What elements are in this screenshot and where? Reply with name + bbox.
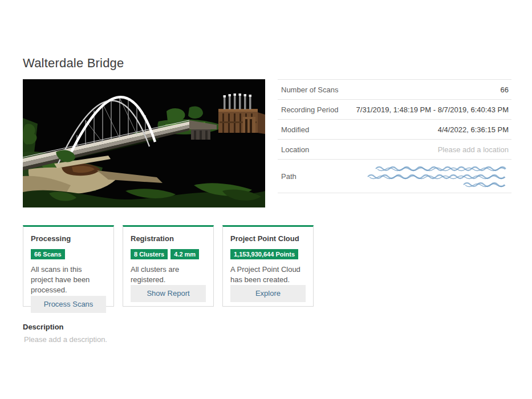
project-overview-page: Walterdale Bridge [0,0,532,399]
path-redacted-value[interactable] [366,165,509,188]
process-scans-button[interactable]: Process Scans [31,296,106,313]
detail-value: 7/31/2019, 1:48:19 PM - 8/7/2019, 6:40:4… [356,105,509,114]
card-project-point-cloud: Project Point Cloud 1,153,930,644 Points… [222,225,314,307]
card-registration: Registration 8 Clusters 4.2 mm All clust… [123,225,214,307]
redaction-scribble-line [462,181,509,188]
detail-label: Modified [281,125,309,134]
badge-row: 66 Scans [31,249,106,259]
detail-row-path: Path [278,160,511,193]
project-details-table: Number of Scans 66 Recording Period 7/31… [278,79,511,193]
detail-row-recording-period: Recording Period 7/31/2019, 1:48:19 PM -… [278,100,511,120]
detail-label: Location [281,145,309,154]
badge-row: 8 Clusters 4.2 mm [131,249,206,259]
card-title: Project Point Cloud [230,234,306,243]
show-report-button[interactable]: Show Report [131,285,206,302]
detail-row-number-of-scans: Number of Scans 66 [278,80,511,100]
location-field[interactable]: Please add a location [438,145,509,154]
redaction-scribble-line [366,173,509,180]
detail-value: 4/4/2022, 6:36:15 PM [438,125,509,134]
card-title: Processing [31,234,106,243]
card-title: Registration [131,234,206,243]
bridge-point-cloud-image [23,79,265,207]
accuracy-badge: 4.2 mm [170,249,199,259]
card-description: A Project Point Cloud has been created. [230,264,306,285]
explore-button[interactable]: Explore [230,285,306,302]
detail-row-modified: Modified 4/4/2022, 6:36:15 PM [278,120,511,140]
description-field[interactable]: Please add a description. [24,335,107,344]
description-heading: Description [23,323,64,331]
points-count-badge: 1,153,930,644 Points [230,249,298,259]
detail-value: 66 [501,85,509,94]
badge-row: 1,153,930,644 Points [230,249,306,259]
card-description: All clusters are registered. [131,264,206,285]
card-description: All scans in this project have been proc… [31,264,106,296]
page-title: Walterdale Bridge [23,56,124,71]
scans-count-badge: 66 Scans [31,249,65,259]
detail-row-location: Location Please add a location [278,140,511,160]
project-thumbnail [23,79,265,207]
card-processing: Processing 66 Scans All scans in this pr… [23,225,114,307]
detail-label: Path [281,172,297,181]
status-cards: Processing 66 Scans All scans in this pr… [23,225,314,307]
redaction-scribble-line [374,165,509,172]
detail-label: Number of Scans [281,85,338,94]
clusters-count-badge: 8 Clusters [131,249,168,259]
detail-label: Recording Period [281,105,338,114]
